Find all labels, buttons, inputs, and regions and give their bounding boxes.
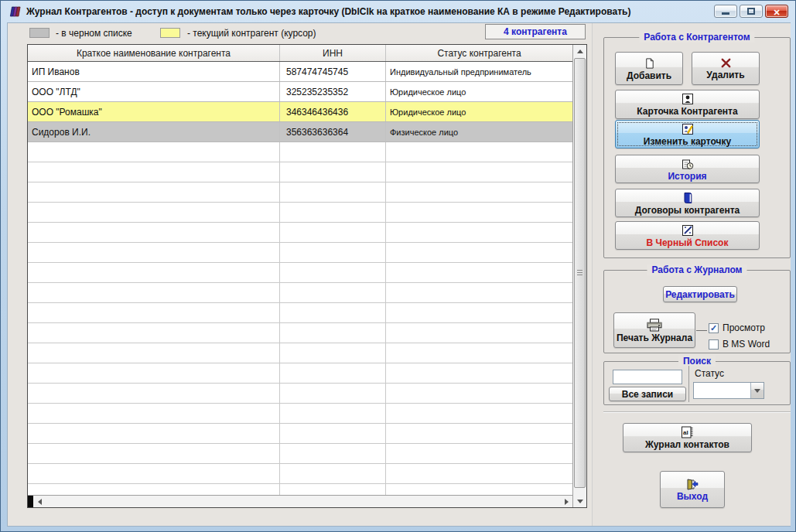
table-row[interactable]: ИП Иванов 587474745745 Индивидуальный пр… bbox=[28, 62, 572, 82]
status-filter-combobox[interactable] bbox=[693, 382, 764, 399]
close-button[interactable] bbox=[765, 5, 788, 18]
arrow-up-icon bbox=[577, 49, 583, 53]
person-card-icon bbox=[682, 93, 694, 105]
preview-checkbox[interactable] bbox=[709, 323, 719, 333]
table-row-current[interactable]: ООО "Ромашка" 346346436436 Юридическое л… bbox=[28, 102, 572, 122]
delete-button-label: Удалить bbox=[706, 70, 744, 80]
close-icon bbox=[773, 5, 780, 19]
history-button[interactable]: История bbox=[615, 155, 760, 183]
search-divider bbox=[688, 366, 689, 402]
cell-inn[interactable]: 346346436436 bbox=[280, 102, 386, 121]
maximize-button[interactable] bbox=[740, 5, 763, 18]
printer-icon bbox=[646, 319, 663, 332]
preview-checkbox-row[interactable]: Просмотр bbox=[709, 322, 765, 333]
cell-name[interactable]: ООО "ЛТД" bbox=[28, 82, 280, 101]
contacts-book-icon: al bbox=[681, 426, 694, 438]
book-icon bbox=[682, 192, 694, 204]
to-blacklist-button[interactable]: В Черный Список bbox=[615, 221, 760, 250]
delete-button[interactable]: Удалить bbox=[692, 52, 760, 85]
new-document-icon bbox=[644, 57, 655, 70]
exit-label: Выход bbox=[677, 492, 708, 501]
minimize-button[interactable] bbox=[714, 5, 737, 18]
exit-door-icon bbox=[685, 478, 699, 490]
maximize-icon bbox=[747, 8, 755, 15]
history-icon bbox=[682, 158, 694, 170]
table-row[interactable]: ООО "ЛТД" 325235235352 Юридическое лицо bbox=[28, 82, 572, 102]
blacklist-legend-label: - в черном списке bbox=[56, 28, 132, 39]
cell-name[interactable]: ИП Иванов bbox=[28, 62, 280, 81]
chevron-down-icon bbox=[754, 389, 760, 393]
contacts-journal-button[interactable]: al Журнал контактов bbox=[623, 423, 752, 452]
title-bar[interactable]: Журнал Контрагентов - доступ к документа… bbox=[2, 1, 794, 22]
counterparty-card-button[interactable]: Карточка Контрагента bbox=[615, 90, 760, 119]
table-row-blacklisted[interactable]: Сидоров И.И. 356363636364 Физическое лиц… bbox=[28, 122, 572, 142]
to-blacklist-label: В Черный Список bbox=[647, 238, 729, 247]
edit-card-label: Изменить карточку bbox=[644, 137, 731, 146]
print-journal-label: Печать Журнала bbox=[617, 333, 692, 343]
edit-card-button[interactable]: Изменить карточку bbox=[615, 120, 760, 148]
svg-text:al: al bbox=[683, 429, 688, 436]
edit-journal-label: Редактировать bbox=[665, 290, 735, 299]
status-filter-value bbox=[694, 383, 750, 398]
cell-inn[interactable]: 356363636364 bbox=[280, 122, 386, 142]
column-header-status[interactable]: Статус контрагента bbox=[386, 45, 572, 61]
scroll-right-button[interactable] bbox=[560, 496, 572, 507]
column-header-inn[interactable]: ИНН bbox=[280, 45, 386, 61]
panel-separator bbox=[603, 411, 791, 412]
all-records-label: Все записи bbox=[622, 390, 674, 399]
column-header-name[interactable]: Краткое наименование контрагента bbox=[28, 45, 280, 61]
scroll-left-button[interactable] bbox=[33, 496, 46, 507]
blacklist-pen-icon bbox=[682, 224, 694, 237]
contacts-journal-label: Журнал контактов bbox=[645, 440, 729, 449]
cell-status[interactable]: Юридическое лицо bbox=[386, 82, 572, 101]
all-records-button[interactable]: Все записи bbox=[609, 387, 686, 401]
counterparty-table: Краткое наименование контрагента ИНН Ста… bbox=[27, 44, 587, 508]
app-books-icon bbox=[8, 5, 22, 19]
print-journal-button[interactable]: Печать Журнала bbox=[613, 312, 695, 348]
counterparty-group-title: Работа с Контрагентом bbox=[639, 32, 754, 43]
vertical-scroll-thumb[interactable] bbox=[574, 58, 586, 488]
edit-journal-button[interactable]: Редактировать bbox=[663, 286, 737, 302]
msword-checkbox[interactable] bbox=[709, 339, 719, 350]
msword-checkbox-row[interactable]: В MS Word bbox=[709, 339, 770, 350]
arrow-right-icon bbox=[565, 499, 569, 505]
vertical-scrollbar[interactable] bbox=[572, 45, 586, 507]
app-window: Журнал Контрагентов - доступ к документа… bbox=[0, 0, 796, 532]
search-input[interactable] bbox=[613, 370, 682, 384]
cell-inn[interactable]: 587474745745 bbox=[280, 62, 386, 81]
preview-checkbox-label: Просмотр bbox=[723, 322, 765, 333]
combo-dropdown-button[interactable] bbox=[750, 383, 764, 398]
cell-status[interactable]: Юридическое лицо bbox=[386, 102, 572, 121]
add-button-label: Добавить bbox=[627, 71, 671, 80]
edit-card-icon bbox=[682, 123, 694, 135]
cell-name[interactable]: Сидоров И.И. bbox=[28, 122, 280, 142]
horizontal-scroll-thumb[interactable] bbox=[28, 496, 33, 507]
status-filter-label: Статус bbox=[695, 368, 724, 379]
journal-group-title: Работа с Журналом bbox=[647, 264, 747, 275]
horizontal-scrollbar[interactable] bbox=[28, 495, 572, 507]
scroll-up-button[interactable] bbox=[573, 45, 586, 57]
cell-name[interactable]: ООО "Ромашка" bbox=[28, 102, 280, 121]
search-group-title: Поиск bbox=[678, 356, 716, 367]
table-body: ИП Иванов 587474745745 Индивидуальный пр… bbox=[28, 62, 572, 495]
current-legend-label: - текущий контрагент (курсор) bbox=[187, 28, 316, 39]
client-area: - в черном списке - текущий контрагент (… bbox=[7, 22, 791, 527]
cell-status[interactable]: Физическое лицо bbox=[386, 122, 572, 142]
add-button[interactable]: Добавить bbox=[615, 52, 683, 85]
thumb-grip-icon bbox=[577, 270, 582, 276]
contracts-button[interactable]: Договоры контрагента bbox=[615, 189, 760, 217]
cell-status[interactable]: Индивидуальный предприниматель bbox=[386, 62, 572, 81]
counterparty-card-label: Карточка Контрагента bbox=[637, 107, 737, 116]
current-color-swatch bbox=[160, 28, 180, 38]
scroll-down-button[interactable] bbox=[573, 495, 586, 507]
arrow-down-icon bbox=[577, 500, 583, 503]
exit-button[interactable]: Выход bbox=[660, 471, 725, 508]
table-header-row: Краткое наименование контрагента ИНН Ста… bbox=[28, 45, 572, 62]
history-label: История bbox=[668, 172, 706, 181]
minimize-icon bbox=[722, 12, 729, 15]
connector-line bbox=[696, 330, 707, 331]
counterparty-counter: 4 контрагента bbox=[485, 24, 586, 39]
window-title: Журнал Контрагентов - доступ к документа… bbox=[26, 6, 630, 17]
arrow-left-icon bbox=[38, 499, 42, 505]
cell-inn[interactable]: 325235235352 bbox=[280, 82, 386, 101]
